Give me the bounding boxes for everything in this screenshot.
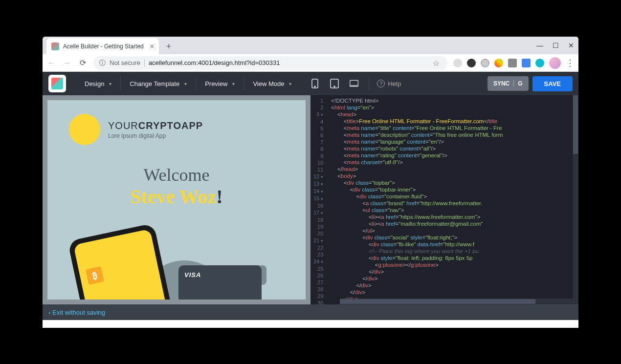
welcome-name: Steve Woz (130, 186, 216, 208)
extension-icon[interactable] (467, 59, 476, 67)
info-icon: ⓘ (99, 59, 106, 67)
line-gutter: 123 ▾456789101112 ▾13 ▾14 ▾15 ▾1617 ▾181… (310, 95, 328, 304)
bitcoin-icon: ₿ (86, 266, 104, 285)
extension-icon[interactable] (508, 59, 517, 67)
extension-icon[interactable] (453, 59, 462, 67)
star-icon[interactable]: ☆ (433, 59, 442, 67)
exclamation: ! (216, 186, 222, 208)
close-window-icon[interactable]: ✕ (568, 42, 575, 49)
tab-bar: Acelle Builder - Getting Started × + — ☐… (43, 37, 578, 54)
horizontal-scrollbar[interactable] (340, 299, 573, 304)
svg-point-1 (314, 86, 315, 87)
credit-card-graphic: VISA 3979···· ····1618 (178, 265, 262, 300)
security-label: Not secure (110, 59, 140, 66)
save-button[interactable]: SAVE (532, 76, 573, 91)
chevron-left-icon: ‹ (48, 309, 50, 316)
help-button[interactable]: ?Help (369, 80, 409, 87)
extension-icon[interactable] (494, 59, 503, 67)
separator (144, 59, 145, 67)
phone-graphic: ₿ (67, 223, 174, 300)
tab-title: Acelle Builder - Getting Started (63, 43, 144, 50)
google-icon: G (518, 80, 522, 87)
exit-without-saving-link[interactable]: ‹ Exit without saving (48, 309, 105, 316)
browser-tab[interactable]: Acelle Builder - Getting Started × (46, 38, 159, 54)
extension-icon[interactable] (522, 59, 531, 67)
chevron-down-icon: ▾ (109, 81, 111, 86)
preview-menu[interactable]: Preview▾ (196, 72, 244, 95)
footer-bar: ‹ Exit without saving (43, 304, 578, 320)
close-tab-icon[interactable]: × (150, 43, 154, 50)
extension-icons: ⋮ (453, 57, 575, 69)
workspace: YOURCRYPTOAPP Lore ipsum digital App Wel… (43, 95, 578, 304)
design-menu[interactable]: Design▾ (76, 72, 120, 95)
chevron-down-icon: ▾ (232, 81, 235, 86)
app-logo[interactable] (48, 75, 66, 92)
favicon-icon (51, 43, 59, 50)
code-editor[interactable]: 123 ▾456789101112 ▾13 ▾14 ▾15 ▾1617 ▾181… (310, 95, 578, 304)
brand-name: YOURCRYPTOAPP (108, 120, 203, 131)
app-toolbar: Design▾ Change Template▾ Preview▾ View M… (43, 72, 578, 95)
chevron-down-icon: ▾ (184, 81, 187, 86)
maximize-icon[interactable]: ☐ (552, 42, 559, 49)
svg-point-3 (334, 86, 335, 87)
visa-label: VISA (184, 271, 256, 278)
preview-content[interactable]: YOURCRYPTOAPP Lore ipsum digital App Wel… (47, 100, 306, 300)
browser-window: Acelle Builder - Getting Started × + — ☐… (43, 37, 578, 328)
menu-icon[interactable]: ⋮ (566, 58, 575, 68)
preview-panel: YOURCRYPTOAPP Lore ipsum digital App Wel… (43, 95, 310, 304)
desktop-icon[interactable] (349, 79, 359, 88)
change-template-menu[interactable]: Change Template▾ (121, 72, 196, 95)
svg-rect-4 (350, 80, 358, 86)
new-tab-button[interactable]: + (162, 40, 176, 53)
profile-avatar[interactable] (549, 57, 561, 69)
extension-icon[interactable] (535, 59, 544, 67)
extension-icon[interactable] (481, 59, 489, 67)
sync-button[interactable]: SYNCG (488, 76, 529, 91)
back-icon[interactable]: ← (46, 58, 56, 68)
forward-icon[interactable]: → (62, 58, 72, 68)
vertical-scrollbar[interactable] (573, 95, 578, 299)
scroll-corner (573, 299, 578, 304)
url-field[interactable]: ⓘ Not secure acellefunnel.com:4001/desig… (93, 56, 447, 70)
reload-icon[interactable]: ⟳ (78, 58, 88, 68)
minimize-icon[interactable]: — (536, 42, 543, 49)
brand-logo-icon (69, 114, 100, 145)
chevron-down-icon: ▾ (289, 81, 291, 86)
tablet-icon[interactable] (330, 79, 339, 88)
mobile-icon[interactable] (310, 79, 320, 88)
address-bar: ← → ⟳ ⓘ Not secure acellefunnel.com:4001… (43, 54, 578, 72)
brand-tagline: Lore ipsum digital App (108, 132, 203, 139)
url-text: acellefunnel.com:4001/design.html?id=030… (149, 59, 280, 66)
help-icon: ? (377, 80, 385, 87)
welcome-heading: Welcome (69, 165, 284, 185)
code-content[interactable]: <!DOCTYPE html><html lang="en"> <head> <… (328, 95, 578, 304)
view-mode-menu[interactable]: View Mode▾ (244, 72, 300, 95)
